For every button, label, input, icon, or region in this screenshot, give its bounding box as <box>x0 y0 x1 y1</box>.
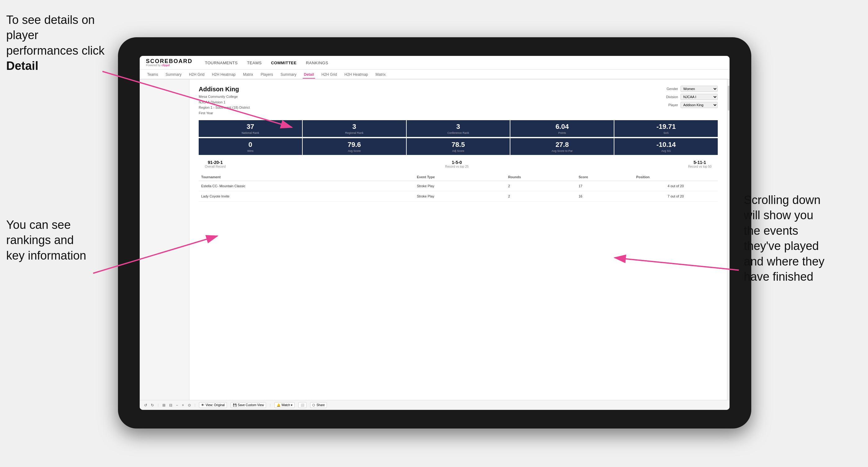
subnav-players[interactable]: Players <box>259 71 274 77</box>
subnav-list: Teams Summary H2H Grid H2H Heatmap Matri… <box>146 71 387 77</box>
player-region: Region 1 - Southwest (18) District <box>199 105 250 111</box>
table-row: Estella CC- Mountain Classic Stroke Play… <box>199 181 718 191</box>
save-custom-view-button[interactable]: 💾 Save Custom View <box>231 402 266 408</box>
powered-by: Powered by clippd <box>146 64 192 67</box>
subnav-matrix[interactable]: Matrix <box>242 71 254 77</box>
screen-button[interactable]: ⬜ <box>298 402 306 408</box>
annotation-right: Scrolling down will show you the events … <box>744 192 862 284</box>
player-name: Addison King <box>199 86 250 93</box>
tournament-rounds-1: 2 <box>506 181 576 191</box>
dash-icon[interactable]: − <box>176 403 178 407</box>
subnav-h2h-grid[interactable]: H2H Grid <box>188 71 206 77</box>
circle-icon[interactable]: ⊙ <box>188 403 191 407</box>
tournament-table: Tournament Event Type Rounds Score Posit… <box>199 173 718 201</box>
gender-label: Gender <box>661 87 678 91</box>
nav-committee[interactable]: COMMITTEE <box>271 60 297 65</box>
tournament-rounds-2: 2 <box>506 191 576 201</box>
subnav-h2h-heatmap2[interactable]: H2H Heatmap <box>343 71 369 77</box>
separator-2: | <box>195 403 195 407</box>
col-score: Score <box>576 173 633 181</box>
left-panel <box>140 80 189 400</box>
scroll-thumb[interactable] <box>728 86 730 111</box>
tournament-name-1: Estella CC- Mountain Classic <box>199 181 395 191</box>
annotation-bottom-left: You can see rankings and key information <box>6 217 112 263</box>
player-division: NJCAA Division 1 <box>199 100 250 105</box>
nav-rankings[interactable]: RANKINGS <box>306 60 328 65</box>
share-button[interactable]: ⬡ Share <box>310 402 327 408</box>
col-event-type: Event Type <box>414 173 506 181</box>
watch-icon: 🔔 <box>277 403 280 407</box>
sub-navigation: Teams Summary H2H Grid H2H Heatmap Matri… <box>140 69 730 80</box>
player-label: Player <box>661 103 678 107</box>
undo-icon[interactable]: ↺ <box>144 403 147 407</box>
player-school: Mesa Community College <box>199 94 250 100</box>
records-row: 91-20-1 Overall Record 1-5-0 Record vs t… <box>199 160 718 168</box>
record-top50: 5-11-1 Record vs top 50 <box>688 160 712 168</box>
view-icon: 👁 <box>201 403 204 407</box>
stat-regional-rank: 3 Regional Rank <box>303 120 406 137</box>
col-position: Position <box>633 173 718 181</box>
screen-icon: ⬜ <box>301 403 304 407</box>
stat-conference-rank: 3 Conference Rank <box>407 120 510 137</box>
gender-select[interactable]: Women <box>681 86 718 92</box>
tournament-empty-2 <box>395 191 414 201</box>
tournament-name-2: Lady Coyote Invite <box>199 191 395 201</box>
watch-button[interactable]: 🔔 Watch ▾ <box>274 402 295 408</box>
tournament-position-1: 4 out of 20 <box>633 181 718 191</box>
subnav-summary2[interactable]: Summary <box>279 71 298 77</box>
tournament-position-2: 7 out of 20 <box>633 191 718 201</box>
tablet-screen: SCOREBOARD Powered by clippd TOURNAMENTS… <box>140 56 730 410</box>
record-top25: 1-5-0 Record vs top 25 <box>445 160 469 168</box>
stat-avg-score: 79.6 Avg Score <box>303 138 406 155</box>
share-label: Share <box>316 403 325 407</box>
annotation-top-left: To see details on player performances cl… <box>6 12 112 74</box>
division-select[interactable]: NJCAA I <box>681 94 718 100</box>
subnav-detail[interactable]: Detail <box>303 71 315 77</box>
scoreboard-logo: SCOREBOARD Powered by clippd <box>146 58 192 67</box>
tournament-empty-1 <box>395 181 414 191</box>
separator-1: | <box>158 403 159 407</box>
stats-row-2: 0 Wins 79.6 Avg Score 78.5 Adj Score 27.… <box>199 138 718 155</box>
subnav-matrix2[interactable]: Matrix <box>374 71 387 77</box>
separator-3: | <box>270 403 271 407</box>
right-content: Addison King Mesa Community College NJCA… <box>189 80 727 400</box>
stat-adj-score: 78.5 Adj Score <box>407 138 510 155</box>
tournament-score-1: 17 <box>576 181 633 191</box>
brand-name: SCOREBOARD <box>146 58 192 64</box>
stat-national-rank: 37 National Rank <box>199 120 302 137</box>
redo-icon[interactable]: ↻ <box>151 403 154 407</box>
player-info: Addison King Mesa Community College NJCA… <box>199 86 250 116</box>
main-content: Addison King Mesa Community College NJCA… <box>140 80 730 400</box>
main-nav: TOURNAMENTS TEAMS COMMITTEE RANKINGS <box>205 60 328 65</box>
col-empty <box>395 173 414 181</box>
stats-row-1: 37 National Rank 3 Regional Rank 3 Confe… <box>199 120 718 137</box>
player-filter-row: Player Addison King <box>661 102 718 108</box>
subnav-summary[interactable]: Summary <box>164 71 183 77</box>
tournament-score-2: 16 <box>576 191 633 201</box>
stat-avg-sg: -10.14 Avg SG <box>614 138 718 155</box>
top-navigation: SCOREBOARD Powered by clippd TOURNAMENTS… <box>140 56 730 69</box>
nav-tournaments[interactable]: TOURNAMENTS <box>205 60 238 65</box>
stat-avg-score-par: 27.8 Avg Score to Par <box>510 138 614 155</box>
save-icon: 💾 <box>233 403 237 407</box>
view-original-button[interactable]: 👁 View: Original <box>199 402 227 408</box>
col-rounds: Rounds <box>506 173 576 181</box>
col-tournament: Tournament <box>199 173 395 181</box>
tournament-type-1: Stroke Play <box>414 181 506 191</box>
player-header: Addison King Mesa Community College NJCA… <box>199 86 718 116</box>
division-filter-row: Division NJCAA I <box>661 94 718 100</box>
subnav-h2h-grid2[interactable]: H2H Grid <box>320 71 338 77</box>
tablet-device: SCOREBOARD Powered by clippd TOURNAMENTS… <box>118 37 751 429</box>
nav-teams[interactable]: TEAMS <box>247 60 262 65</box>
subnav-h2h-heatmap[interactable]: H2H Heatmap <box>211 71 237 77</box>
scroll-indicator <box>727 80 730 400</box>
plus-icon[interactable]: + <box>182 403 184 407</box>
minus-icon[interactable]: ⊟ <box>169 403 172 407</box>
player-select[interactable]: Addison King <box>681 102 718 108</box>
stat-points: 6.04 Points <box>510 120 614 137</box>
view-label: View: Original <box>206 403 225 407</box>
subnav-teams[interactable]: Teams <box>146 71 159 77</box>
grid-icon[interactable]: ⊞ <box>162 403 165 407</box>
table-row: Lady Coyote Invite Stroke Play 2 16 7 ou… <box>199 191 718 201</box>
top-nav-list: TOURNAMENTS TEAMS COMMITTEE RANKINGS <box>205 60 328 65</box>
